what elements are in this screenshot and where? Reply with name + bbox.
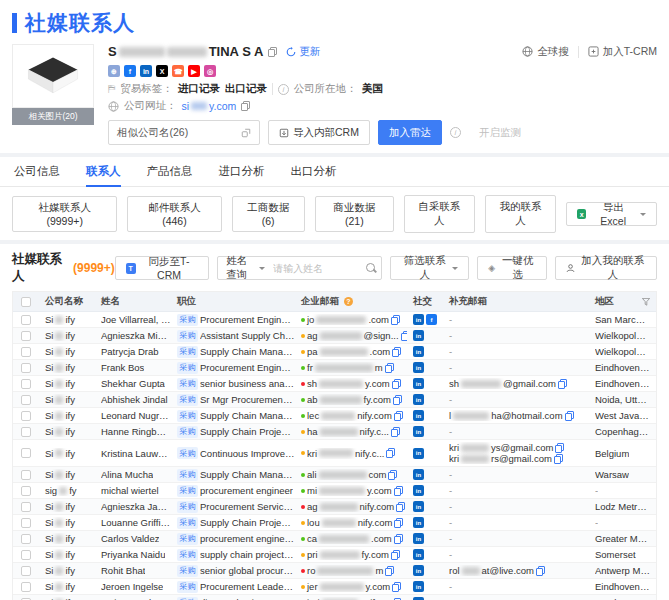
- linkedin-icon[interactable]: in: [413, 501, 424, 512]
- row-checkbox[interactable]: [21, 395, 31, 405]
- tab-产品信息[interactable]: 产品信息: [147, 157, 193, 187]
- global-search-button[interactable]: 全球搜: [522, 45, 569, 59]
- join-radar-button[interactable]: 加入雷达: [378, 120, 442, 145]
- copy-icon[interactable]: [554, 454, 563, 464]
- linkedin-icon[interactable]: in: [413, 517, 424, 528]
- refresh-company-button[interactable]: 更新: [286, 45, 320, 59]
- linkedin-icon[interactable]: in: [413, 469, 424, 480]
- linkedin-icon[interactable]: in: [413, 426, 424, 437]
- row-checkbox[interactable]: [21, 502, 31, 512]
- search-icon[interactable]: [365, 262, 374, 274]
- linkedin-icon[interactable]: in: [413, 314, 424, 325]
- filter-icon[interactable]: [642, 298, 650, 306]
- row-checkbox[interactable]: [21, 486, 31, 496]
- copy-icon[interactable]: [394, 411, 403, 421]
- youtube-icon[interactable]: ▶: [188, 65, 200, 77]
- facebook-icon[interactable]: f: [426, 314, 437, 325]
- pill-商业数据[interactable]: 商业数据(21): [315, 196, 394, 232]
- pill-社媒联系人[interactable]: 社媒联系人(9999+): [12, 196, 117, 232]
- row-checkbox[interactable]: [21, 379, 31, 389]
- row-checkbox[interactable]: [21, 550, 31, 560]
- row-checkbox[interactable]: [21, 331, 31, 341]
- company-image[interactable]: 相关图片(20): [12, 44, 94, 145]
- linkedin-icon[interactable]: in: [413, 378, 424, 389]
- row-checkbox[interactable]: [21, 470, 31, 480]
- company-website-link[interactable]: si y.com: [182, 100, 237, 112]
- help-icon[interactable]: ?: [344, 297, 353, 306]
- instagram-icon[interactable]: ◎: [204, 65, 216, 77]
- row-checkbox[interactable]: [21, 427, 31, 437]
- row-checkbox[interactable]: [21, 534, 31, 544]
- filter-contacts-dropdown[interactable]: 筛选联系人: [390, 256, 469, 280]
- row-checkbox[interactable]: [21, 448, 31, 458]
- linkedin-icon[interactable]: in: [413, 394, 424, 405]
- linkedin-icon[interactable]: in: [413, 362, 424, 373]
- copy-icon[interactable]: [385, 566, 394, 576]
- tab-出口分析[interactable]: 出口分析: [291, 157, 337, 187]
- name-search-input[interactable]: [273, 257, 365, 279]
- row-checkbox[interactable]: [21, 582, 31, 592]
- copy-icon[interactable]: [392, 582, 401, 592]
- related-images-label[interactable]: 相关图片(20): [12, 108, 94, 125]
- row-checkbox[interactable]: [21, 518, 31, 528]
- start-monitor-button[interactable]: 开启监测: [469, 120, 531, 145]
- add-my-contacts-button[interactable]: 加入我的联系人: [555, 256, 657, 280]
- linkedin-icon[interactable]: in: [413, 410, 424, 421]
- copy-icon[interactable]: [391, 427, 400, 437]
- copy-icon[interactable]: [394, 534, 403, 544]
- row-checkbox[interactable]: [21, 347, 31, 357]
- copy-icon[interactable]: [392, 347, 401, 357]
- copy-icon[interactable]: [392, 379, 401, 389]
- copy-icon[interactable]: [394, 518, 403, 528]
- tab-公司信息[interactable]: 公司信息: [14, 157, 60, 187]
- pill-自采联系人[interactable]: 自采联系人: [404, 195, 475, 233]
- linkedin-icon[interactable]: in: [413, 533, 424, 544]
- copy-company-name-icon[interactable]: [268, 47, 277, 57]
- pill-工商数据[interactable]: 工商数据(6): [232, 196, 305, 232]
- pill-邮件联系人[interactable]: 邮件联系人(446): [127, 196, 221, 232]
- tab-进口分析[interactable]: 进口分析: [219, 157, 265, 187]
- copy-icon[interactable]: [536, 566, 545, 576]
- linkedin-icon[interactable]: in: [413, 549, 424, 560]
- row-checkbox[interactable]: [21, 315, 31, 325]
- copy-icon[interactable]: [401, 331, 407, 341]
- copy-icon[interactable]: [388, 470, 397, 480]
- similar-companies-button[interactable]: 相似公司名(26): [108, 120, 260, 145]
- linkedin-icon[interactable]: in: [413, 485, 424, 496]
- name-query-dropdown[interactable]: 姓名查询: [218, 257, 273, 279]
- row-checkbox[interactable]: [21, 411, 31, 421]
- linkedin-icon[interactable]: in: [413, 448, 424, 459]
- import-records-link[interactable]: 进口记录: [178, 82, 220, 96]
- copy-icon[interactable]: [393, 395, 402, 405]
- linkedin-icon[interactable]: in: [413, 565, 424, 576]
- copy-icon[interactable]: [565, 411, 574, 421]
- row-checkbox[interactable]: [21, 363, 31, 373]
- sync-tcrm-button[interactable]: T 同步至T-CRM: [115, 256, 210, 280]
- export-excel-button[interactable]: x导出 Excel: [566, 202, 657, 226]
- linkedin-icon[interactable]: in: [413, 581, 424, 592]
- website-icon[interactable]: ⊕: [108, 65, 120, 77]
- copy-icon[interactable]: [396, 502, 405, 512]
- copy-website-icon[interactable]: [241, 101, 250, 111]
- copy-icon[interactable]: [391, 550, 400, 560]
- x-icon[interactable]: X: [156, 65, 168, 77]
- copy-icon[interactable]: [385, 363, 394, 373]
- copy-icon[interactable]: [558, 379, 567, 389]
- one-click-optimize-button[interactable]: ◈ 一键优选: [477, 256, 547, 280]
- facebook-icon[interactable]: f: [124, 65, 136, 77]
- linkedin-icon[interactable]: in: [140, 65, 152, 77]
- linkedin-icon[interactable]: in: [413, 330, 424, 341]
- import-internal-crm-button[interactable]: 导入内部CRM: [268, 120, 370, 145]
- phone-icon[interactable]: ☎: [172, 65, 184, 77]
- linkedin-icon[interactable]: in: [413, 346, 424, 357]
- pill-我的联系人[interactable]: 我的联系人: [485, 195, 556, 233]
- export-records-link[interactable]: 出口记录: [225, 82, 267, 96]
- select-all-checkbox[interactable]: [21, 297, 31, 307]
- copy-icon[interactable]: [394, 486, 403, 496]
- tab-联系人[interactable]: 联系人: [86, 157, 121, 187]
- copy-icon[interactable]: [555, 443, 564, 453]
- copy-icon[interactable]: [386, 448, 395, 458]
- row-checkbox[interactable]: [21, 566, 31, 576]
- copy-icon[interactable]: [391, 315, 400, 325]
- join-tcrm-button[interactable]: 加入T-CRM: [588, 45, 657, 59]
